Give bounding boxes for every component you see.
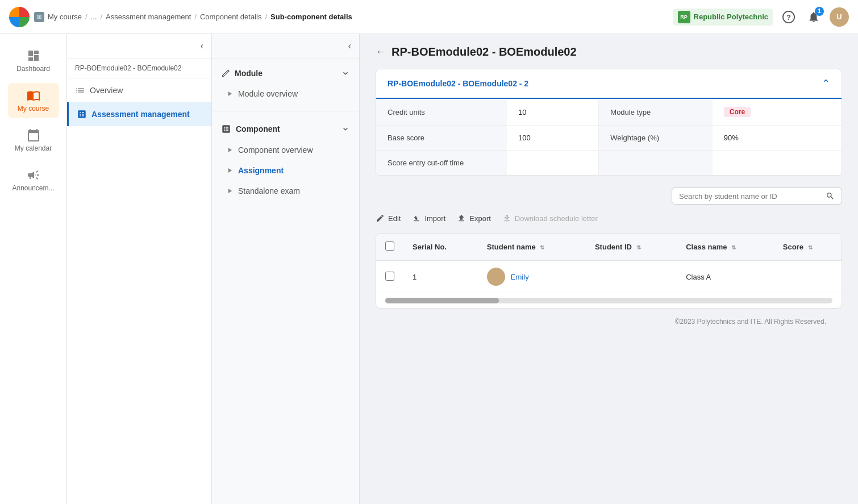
- breadcrumb-more[interactable]: ...: [91, 13, 97, 21]
- edit-button[interactable]: Edit: [376, 211, 401, 225]
- module-section-label: Module: [235, 69, 263, 78]
- action-bar: Edit Import Export Download schedule let…: [376, 211, 842, 225]
- select-all-header[interactable]: [376, 234, 403, 261]
- svg-point-3: [493, 270, 499, 277]
- horizontal-scrollbar[interactable]: [385, 298, 832, 303]
- footer: ©2023 Polytechnics and ITE. All Rights R…: [376, 309, 842, 335]
- base-score-value: 100: [507, 126, 599, 151]
- weightage-label: Weightage (%): [599, 126, 713, 151]
- rp-label: Republic Polytechnic: [694, 13, 768, 21]
- sidebar-item-announcements[interactable]: Announcem...: [8, 163, 59, 198]
- sidebar-item-standalone-exam[interactable]: Standalone exam: [212, 181, 359, 201]
- module-type-badge: Core: [724, 107, 751, 117]
- scrollbar-thumb[interactable]: [385, 298, 499, 303]
- weightage-value: 90%: [713, 126, 842, 151]
- export-label: Export: [469, 214, 491, 223]
- second-sidebar-header: ‹: [67, 34, 211, 59]
- class-name-header[interactable]: Class name ⇅: [677, 234, 774, 261]
- student-table: Serial No. Student name ⇅ Student ID ⇅ C…: [376, 234, 842, 293]
- student-id-sort: ⇅: [636, 244, 641, 251]
- notif-count: 1: [815, 7, 824, 16]
- sidebar-nav-assessment-management[interactable]: Assessment management: [67, 102, 211, 126]
- table-header-row: Serial No. Student name ⇅ Student ID ⇅ C…: [376, 234, 842, 261]
- assignment-label: Assignment: [238, 166, 284, 175]
- breadcrumb: ⊞ My course / ... / Assessment managemen…: [34, 12, 669, 22]
- base-score-label: Base score: [376, 126, 507, 151]
- third-sidebar: ‹ Module Module overview Compone: [212, 34, 360, 504]
- svg-text:?: ?: [786, 13, 791, 21]
- module-section-header[interactable]: Module: [212, 63, 359, 84]
- sidebar-nav-overview[interactable]: Overview: [67, 78, 211, 102]
- sidebar-item-assignment[interactable]: Assignment: [212, 160, 359, 181]
- sidebar-item-component-overview[interactable]: Component overview: [212, 140, 359, 160]
- second-sidebar: ‹ RP-BOEmodule02 - BOEmodule02 Overview …: [67, 34, 212, 504]
- logo[interactable]: [9, 7, 30, 27]
- component-section-label: Component: [236, 124, 280, 134]
- sidebar-item-my-calendar-label: My calendar: [15, 144, 52, 152]
- breadcrumb-component[interactable]: Component details: [200, 13, 261, 21]
- download-button: Download schedule letter: [502, 211, 598, 225]
- collapse-second-sidebar-button[interactable]: ‹: [201, 41, 203, 51]
- breadcrumb-assessment[interactable]: Assessment management: [106, 13, 191, 21]
- import-label: Import: [424, 214, 445, 223]
- empty-value: [713, 151, 842, 176]
- detail-card-title: RP-BOEmodule02 - BOEmodule02 - 2: [388, 79, 528, 88]
- score-sort: ⇅: [808, 244, 813, 251]
- detail-row-3: Score entry cut-off time: [376, 151, 842, 176]
- score-entry-value: [507, 151, 599, 176]
- serial-no-header: Serial No.: [403, 234, 478, 261]
- detail-row-1: Credit units 10 Module type Core: [376, 99, 842, 126]
- module-type-value: Core: [713, 99, 842, 126]
- component-section-header[interactable]: Component: [212, 118, 359, 140]
- credit-units-label: Credit units: [376, 99, 507, 126]
- third-sidebar-header: ‹: [212, 34, 359, 59]
- sidebar-item-my-course-label: My course: [18, 105, 49, 113]
- main-content: ← RP-BOEmodule02 - BOEmodule02 RP-BOEmod…: [360, 34, 858, 504]
- sidebar-item-my-course[interactable]: My course: [8, 83, 59, 118]
- notifications-button[interactable]: 1: [805, 8, 823, 26]
- export-button[interactable]: Export: [457, 211, 491, 225]
- page-title: RP-BOEmodule02 - BOEmodule02: [391, 45, 577, 59]
- back-button[interactable]: ←: [376, 46, 386, 58]
- student-cell: Emily: [487, 268, 577, 286]
- row-checkbox[interactable]: [385, 272, 394, 281]
- standalone-exam-label: Standalone exam: [238, 186, 300, 195]
- module-type-label: Module type: [599, 99, 713, 126]
- sidebar-item-my-calendar[interactable]: My calendar: [8, 123, 59, 158]
- student-name-sort: ⇅: [540, 244, 544, 251]
- sidebar-nav-overview-label: Overview: [90, 86, 123, 95]
- top-nav-right: RP Republic Polytechnic ? 1 U: [673, 7, 849, 27]
- row-checkbox-cell[interactable]: [376, 261, 403, 293]
- student-name-value[interactable]: Emily: [511, 273, 529, 281]
- row-class-name: Class A: [677, 261, 774, 293]
- search-box[interactable]: [672, 188, 842, 205]
- page-header: ← RP-BOEmodule02 - BOEmodule02: [376, 45, 842, 59]
- module-overview-label: Module overview: [238, 89, 298, 98]
- student-id-header[interactable]: Student ID ⇅: [586, 234, 677, 261]
- sidebar-item-module-overview[interactable]: Module overview: [212, 84, 359, 104]
- detail-card-collapse-button[interactable]: ⌃: [822, 77, 830, 90]
- empty-label: [599, 151, 713, 176]
- user-avatar[interactable]: U: [830, 7, 849, 27]
- import-button[interactable]: Import: [412, 211, 445, 225]
- detail-card: RP-BOEmodule02 - BOEmodule02 - 2 ⌃ Credi…: [376, 69, 842, 176]
- student-name-header[interactable]: Student name ⇅: [478, 234, 586, 261]
- select-all-checkbox[interactable]: [385, 241, 394, 251]
- table-row: 1 Emily Class A: [376, 261, 842, 293]
- sidebar-item-announcements-label: Announcem...: [12, 184, 54, 192]
- second-sidebar-breadcrumb: RP-BOEmodule02 - BOEmodule02: [67, 59, 211, 78]
- rp-badge-icon: RP: [678, 11, 690, 23]
- detail-card-header: RP-BOEmodule02 - BOEmodule02 - 2 ⌃: [376, 69, 842, 99]
- row-serial: 1: [403, 261, 478, 293]
- help-button[interactable]: ?: [780, 8, 798, 26]
- breadcrumb-subcomponent[interactable]: Sub-component details: [270, 13, 352, 21]
- search-input[interactable]: [679, 192, 821, 201]
- sidebar-item-dashboard[interactable]: Dashboard: [8, 43, 59, 78]
- rp-badge[interactable]: RP Republic Polytechnic: [673, 9, 773, 26]
- detail-table: Credit units 10 Module type Core Base sc…: [376, 99, 842, 176]
- top-nav: ⊞ My course / ... / Assessment managemen…: [0, 0, 858, 34]
- component-overview-label: Component overview: [238, 145, 313, 155]
- score-header[interactable]: Score ⇅: [774, 234, 842, 261]
- breadcrumb-my-course[interactable]: My course: [48, 13, 82, 21]
- collapse-third-sidebar-button[interactable]: ‹: [348, 41, 351, 51]
